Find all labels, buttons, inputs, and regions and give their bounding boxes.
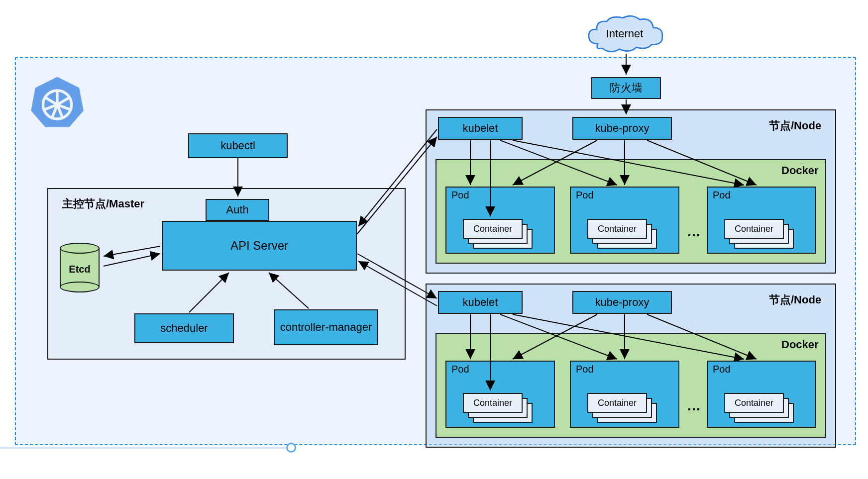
pod-label: Pod [576, 364, 594, 375]
node-2-ellipsis: … [687, 398, 701, 414]
node-2-kubelet: kubelet [438, 291, 523, 314]
progress-track[interactable] [0, 447, 291, 449]
node-1-docker-label: Docker [781, 164, 819, 177]
internet-label: Internet [577, 27, 672, 40]
node-1-ellipsis: … [687, 224, 701, 240]
container-label: Container [587, 219, 647, 239]
node-2-docker-label: Docker [781, 338, 819, 351]
node-1-pod-2-containers: Container [587, 219, 657, 249]
container-label: Container [587, 393, 647, 413]
kubectl-box: kubectl [188, 133, 288, 158]
node-1-kube-proxy: kube-proxy [572, 117, 672, 140]
node-1-pod-1-containers: Container [463, 219, 533, 249]
pod-label: Pod [451, 364, 469, 375]
node-2-pod-2-containers: Container [587, 393, 657, 423]
node-2-pod-3-containers: Container [724, 393, 794, 423]
pod-label: Pod [576, 190, 594, 200]
progress-thumb[interactable] [286, 443, 296, 453]
api-server-box: API Server [162, 221, 357, 271]
pod-label: Pod [713, 364, 731, 375]
node-2-kube-proxy: kube-proxy [572, 291, 672, 314]
container-label: Container [724, 219, 784, 239]
node-2-title: 节点/Node [769, 292, 821, 307]
pod-label: Pod [713, 190, 731, 200]
master-title: 主控节点/Master [62, 196, 144, 211]
container-label: Container [463, 219, 523, 239]
container-label: Container [463, 393, 523, 413]
node-1-pod-3-containers: Container [724, 219, 794, 249]
scheduler-box: scheduler [134, 313, 234, 343]
firewall-box: 防火墙 [591, 77, 661, 99]
node-2-pod-1-containers: Container [463, 393, 533, 423]
controller-manager-box: controller-manager [274, 309, 378, 345]
node-1-title: 节点/Node [769, 118, 821, 133]
node-1-kubelet: kubelet [438, 117, 523, 140]
diagram-canvas: Internet 防火墙 kubectl 主控节点/Master Etcd Au… [0, 0, 868, 479]
etcd-label: Etcd [60, 264, 100, 275]
container-label: Container [724, 393, 784, 413]
auth-box: Auth [206, 199, 269, 221]
pod-label: Pod [451, 190, 469, 200]
